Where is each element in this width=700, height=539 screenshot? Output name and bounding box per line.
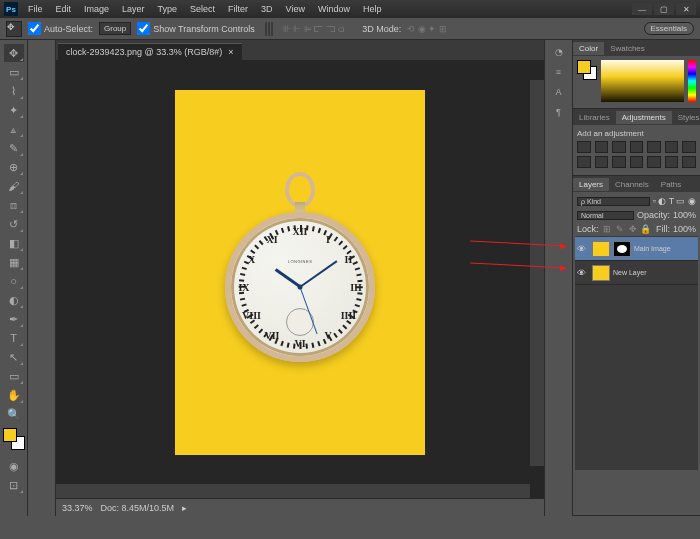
tab-paths[interactable]: Paths: [655, 178, 687, 191]
type-tool[interactable]: T: [4, 329, 24, 347]
menu-help[interactable]: Help: [357, 1, 388, 17]
color-panel-swatch[interactable]: [577, 60, 597, 80]
screenmode-tool[interactable]: ⊡: [4, 476, 24, 494]
layer-mask-thumb[interactable]: [613, 241, 631, 257]
move-tool[interactable]: ✥: [4, 44, 24, 62]
heal-tool[interactable]: ⊕: [4, 158, 24, 176]
history-brush-tool[interactable]: ↺: [4, 215, 24, 233]
maximize-button[interactable]: ▢: [654, 3, 674, 15]
wand-tool[interactable]: ✦: [4, 101, 24, 119]
tab-channels[interactable]: Channels: [609, 178, 655, 191]
menu-select[interactable]: Select: [184, 1, 221, 17]
lasso-tool[interactable]: ⌇: [4, 82, 24, 100]
menu-edit[interactable]: Edit: [50, 1, 78, 17]
brush-tool[interactable]: 🖌: [4, 177, 24, 195]
eyedropper-tool[interactable]: ✎: [4, 139, 24, 157]
adj-curves-icon[interactable]: [612, 141, 626, 153]
adj-brightness-icon[interactable]: [577, 141, 591, 153]
adj-levels-icon[interactable]: [595, 141, 609, 153]
workspace-switcher[interactable]: Essentials: [644, 22, 694, 35]
layer-filter-dropdown[interactable]: ρ Kind: [577, 197, 650, 206]
opacity-value[interactable]: 100%: [673, 210, 696, 220]
blend-mode-dropdown[interactable]: Normal: [577, 211, 634, 220]
shape-tool[interactable]: ▭: [4, 367, 24, 385]
quickmask-tool[interactable]: ◉: [4, 457, 24, 475]
layer-row[interactable]: 👁 Main Image: [575, 237, 698, 261]
stamp-tool[interactable]: ⧈: [4, 196, 24, 214]
marquee-tool[interactable]: ▭: [4, 63, 24, 81]
foreground-swatch[interactable]: [3, 428, 17, 442]
tab-close-icon[interactable]: ×: [228, 47, 233, 57]
document-tab-bar: clock-2939423.png @ 33.3% (RGB/8#) ×: [56, 40, 544, 60]
color-swatches[interactable]: [3, 428, 25, 450]
adj-mixer-icon[interactable]: [595, 156, 609, 168]
adj-hue-icon[interactable]: [665, 141, 679, 153]
layer-thumb[interactable]: [592, 241, 610, 257]
menu-image[interactable]: Image: [78, 1, 115, 17]
layer-row[interactable]: 👁 New Layer: [575, 261, 698, 285]
menu-type[interactable]: Type: [152, 1, 184, 17]
adj-vibrance-icon[interactable]: [647, 141, 661, 153]
collapsed-panels: ◔ ≡ A ¶: [544, 40, 572, 516]
document-tab[interactable]: clock-2939423.png @ 33.3% (RGB/8#) ×: [58, 43, 242, 60]
crop-tool[interactable]: ⟁: [4, 120, 24, 138]
visibility-icon[interactable]: 👁: [577, 244, 589, 254]
tab-layers[interactable]: Layers: [573, 178, 609, 191]
character-icon[interactable]: A: [550, 84, 568, 100]
color-spectrum[interactable]: [601, 60, 684, 102]
blur-tool[interactable]: ○: [4, 272, 24, 290]
adj-invert-icon[interactable]: [630, 156, 644, 168]
properties-icon[interactable]: ≡: [550, 64, 568, 80]
history-icon[interactable]: ◔: [550, 44, 568, 60]
pen-tool[interactable]: ✒: [4, 310, 24, 328]
lock-position-icon[interactable]: ✥: [628, 224, 638, 234]
horizontal-scrollbar[interactable]: [56, 484, 530, 498]
adj-photo-icon[interactable]: [577, 156, 591, 168]
adj-threshold-icon[interactable]: [665, 156, 679, 168]
vertical-scrollbar[interactable]: [530, 80, 544, 466]
auto-select-check[interactable]: Auto-Select:: [28, 22, 93, 35]
adjustments-title: Add an adjustment: [577, 129, 696, 138]
fill-value[interactable]: 100%: [673, 224, 696, 234]
zoom-level[interactable]: 33.37%: [62, 503, 93, 513]
layer-name[interactable]: New Layer: [613, 269, 646, 276]
right-panels: Color Swatches Libraries Adjustments Sty…: [572, 40, 700, 516]
menu-view[interactable]: View: [280, 1, 311, 17]
visibility-icon[interactable]: 👁: [577, 268, 589, 278]
menu-window[interactable]: Window: [312, 1, 356, 17]
adj-poster-icon[interactable]: [647, 156, 661, 168]
tab-color[interactable]: Color: [573, 42, 604, 55]
menu-3d[interactable]: 3D: [255, 1, 279, 17]
canvas-viewport[interactable]: LONGINES XIIIIIIIIIIIIVVIVIIVIIIIXXXI: [56, 60, 544, 484]
layer-name[interactable]: Main Image: [634, 245, 671, 252]
tab-swatches[interactable]: Swatches: [604, 42, 651, 55]
lock-pixels-icon[interactable]: ✎: [615, 224, 625, 234]
adj-gradient-icon[interactable]: [682, 156, 696, 168]
layer-thumb[interactable]: [592, 265, 610, 281]
path-tool[interactable]: ↖: [4, 348, 24, 366]
dodge-tool[interactable]: ◐: [4, 291, 24, 309]
eraser-tool[interactable]: ◧: [4, 234, 24, 252]
minimize-button[interactable]: —: [632, 3, 652, 15]
lock-transparency-icon[interactable]: ⊞: [602, 224, 612, 234]
tab-adjustments[interactable]: Adjustments: [616, 111, 672, 124]
auto-select-dropdown[interactable]: Group: [99, 22, 131, 35]
menu-filter[interactable]: Filter: [222, 1, 254, 17]
menu-layer[interactable]: Layer: [116, 1, 151, 17]
close-button[interactable]: ✕: [676, 3, 696, 15]
move-tool-icon[interactable]: ✥: [6, 21, 22, 37]
adj-bw-icon[interactable]: [682, 141, 696, 153]
menu-file[interactable]: File: [22, 1, 49, 17]
tab-libraries[interactable]: Libraries: [573, 111, 616, 124]
adj-lookup-icon[interactable]: [612, 156, 626, 168]
tab-styles[interactable]: Styles: [672, 111, 700, 124]
hue-slider[interactable]: [688, 60, 696, 102]
mode-label: 3D Mode:: [362, 24, 401, 34]
paragraph-icon[interactable]: ¶: [550, 104, 568, 120]
lock-all-icon[interactable]: 🔒: [641, 224, 651, 234]
adj-exposure-icon[interactable]: [630, 141, 644, 153]
show-transform-check[interactable]: Show Transform Controls: [137, 22, 255, 35]
zoom-tool[interactable]: 🔍: [4, 405, 24, 423]
gradient-tool[interactable]: ▦: [4, 253, 24, 271]
hand-tool[interactable]: ✋: [4, 386, 24, 404]
